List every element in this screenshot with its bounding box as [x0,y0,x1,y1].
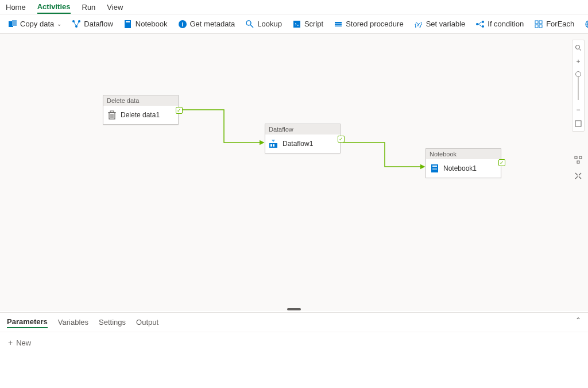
tab-view[interactable]: View [107,1,123,13]
bottom-tabs: Parameters Variables Settings Output ⌃ [0,313,588,332]
tab-variables[interactable]: Variables [58,317,88,328]
panel-resize-handle[interactable] [287,308,301,310]
svg-rect-12 [335,22,342,26]
zoom-search-icon[interactable] [573,43,583,53]
stored-procedure-button[interactable]: Stored procedure [330,18,407,30]
notebook-label: Notebook [136,20,168,28]
tab-home[interactable]: Home [6,1,26,13]
tab-settings[interactable]: Settings [99,317,126,328]
svg-rect-19 [539,21,542,24]
svg-point-17 [482,25,484,28]
svg-line-43 [579,49,581,51]
top-tabs: Home Activities Run View [0,0,588,14]
fit-screen-button[interactable] [573,118,583,129]
activity-type-label: Delete data [103,95,178,106]
zoom-in-button[interactable]: + [573,56,583,67]
svg-rect-41 [432,170,437,170]
dataflow-label: Dataflow [84,20,113,28]
copy-data-label: Copy data [20,20,54,28]
zoom-out-button[interactable]: − [573,105,583,115]
success-check-icon: ✓ [338,136,345,143]
variable-icon: {x} [414,20,423,29]
globe-icon [585,20,588,29]
notebook-icon [123,20,133,29]
foreach-icon [534,20,543,29]
activity-notebook[interactable]: Notebook Notebook1 ✓ [425,148,501,178]
activity-delete-data[interactable]: Delete data Delete data1 ✓ [103,95,179,125]
info-icon: i [178,20,187,29]
svg-rect-37 [273,144,274,147]
svg-rect-1 [12,20,17,26]
autolayout-button[interactable] [573,155,583,165]
activities-toolbar: Copy data ⌄ Dataflow Notebook i Get meta… [0,14,588,34]
notebook-activity-icon [430,163,440,174]
web-button[interactable]: Web [581,18,588,30]
svg-rect-6 [126,21,130,22]
copy-data-button[interactable]: Copy data ⌄ [5,18,65,30]
activity-dataflow[interactable]: Dataflow Dataflow1 ✓ [265,124,341,153]
svg-rect-46 [579,156,582,159]
svg-rect-39 [432,166,437,167]
search-icon [245,20,254,29]
if-condition-button[interactable]: If condition [472,18,527,30]
svg-rect-21 [539,25,542,28]
trash-icon [107,110,117,120]
zoom-controls: + − [572,40,585,132]
svg-point-42 [576,45,580,49]
svg-rect-20 [535,25,538,28]
lookup-label: Lookup [257,20,282,28]
tab-output[interactable]: Output [136,317,158,328]
activity-type-label: Notebook [426,149,501,159]
activity-name: Notebook1 [443,164,477,172]
get-metadata-button[interactable]: i Get metadata [175,18,239,30]
svg-point-16 [482,21,484,23]
collapse-panel-button[interactable]: ⌃ [575,316,581,324]
new-label: New [16,339,31,347]
if-condition-label: If condition [488,20,524,28]
script-icon [292,20,301,29]
svg-point-15 [476,23,478,25]
script-button[interactable]: Script [289,18,327,30]
get-metadata-label: Get metadata [190,20,235,28]
svg-rect-11 [293,21,300,28]
tab-activities[interactable]: Activities [37,1,71,14]
stored-proc-icon [334,20,343,29]
canvas-tools [572,155,585,181]
activity-name: Delete data1 [121,111,160,119]
collapse-button[interactable] [573,171,583,181]
copy-data-icon [8,20,17,29]
dataflow-button[interactable]: Dataflow [68,18,117,30]
svg-rect-47 [577,161,579,163]
zoom-slider[interactable] [578,71,579,100]
svg-text:i: i [181,21,183,28]
svg-rect-34 [110,111,114,113]
svg-rect-18 [535,21,538,24]
foreach-label: ForEach [546,20,574,28]
script-label: Script [304,20,323,28]
svg-rect-45 [575,156,577,159]
svg-rect-40 [432,168,437,168]
new-parameter-button[interactable]: + New [8,338,580,347]
stored-proc-label: Stored procedure [346,20,403,28]
set-variable-button[interactable]: {x} Set variable [411,18,469,30]
lookup-button[interactable]: Lookup [242,18,285,30]
bottom-panel: Parameters Variables Settings Output ⌃ +… [0,312,588,388]
branch-icon [475,20,485,29]
chevron-down-icon: ⌄ [57,21,61,27]
dataflow-activity-icon [269,139,279,149]
notebook-button[interactable]: Notebook [120,18,171,30]
success-check-icon: ✓ [498,159,505,166]
success-check-icon: ✓ [176,107,183,114]
svg-point-9 [246,21,251,25]
plus-icon: + [8,338,13,347]
pipeline-canvas[interactable]: Delete data Delete data1 ✓ Dataflow Data… [0,34,588,311]
tab-run[interactable]: Run [82,1,96,13]
svg-rect-44 [575,121,581,126]
set-variable-label: Set variable [426,20,466,28]
foreach-button[interactable]: ForEach [531,18,578,30]
dataflow-icon [72,20,81,29]
zoom-handle[interactable] [575,71,581,77]
activity-type-label: Dataflow [265,124,340,135]
svg-rect-36 [270,144,272,147]
tab-parameters[interactable]: Parameters [7,316,48,328]
